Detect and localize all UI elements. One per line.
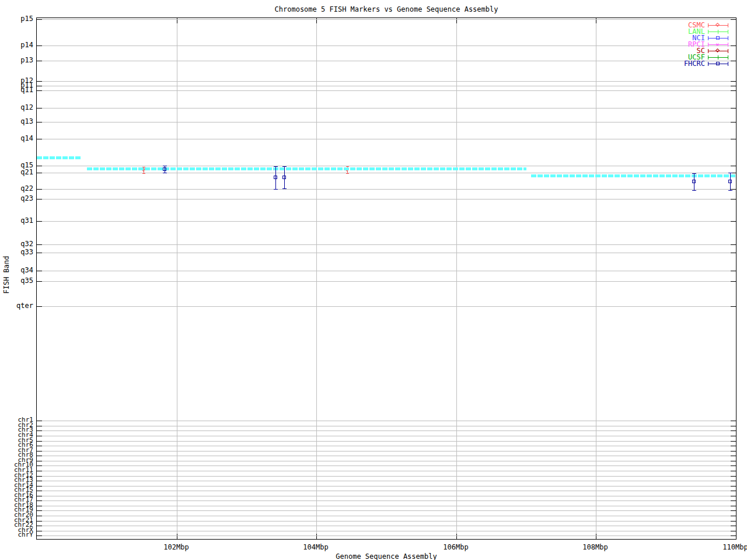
x-tick-bottom: [316, 534, 317, 539]
y-tick-left: [37, 139, 42, 139]
y-tick-right: [731, 466, 736, 466]
y-tick-left: [37, 421, 42, 421]
y-tick-label: q33: [0, 249, 33, 256]
legend-sample-cap: [728, 43, 728, 47]
band-gridline: [37, 306, 736, 307]
chromosome-gridline: [37, 496, 736, 496]
chromosome-gridline: [37, 486, 736, 487]
y-tick-right: [731, 536, 736, 536]
legend-sample-cap: [728, 23, 728, 27]
band-gridline: [37, 199, 736, 200]
y-tick-right: [731, 451, 736, 452]
errorbar-cap-CSMC: [346, 173, 349, 174]
chart-title: Chromosome 5 FISH Markers vs Genome Sequ…: [36, 5, 736, 13]
y-tick-right: [731, 491, 736, 491]
chromosome-gridline: [37, 536, 736, 536]
chromosome-gridline: [37, 461, 736, 461]
legend-sample-cap: [708, 36, 708, 40]
y-tick-left: [37, 426, 42, 426]
y-tick-label: q34: [0, 267, 33, 274]
x-tick-label: 108Mbp: [572, 544, 619, 551]
square-marker-icon-FHCRC: [692, 180, 696, 183]
y-tick-left: [37, 221, 42, 222]
y-tick-label: q21: [0, 169, 33, 176]
legend-sample-cap: [708, 55, 708, 60]
x-tick-label: 110Mbp: [712, 544, 747, 551]
x-tick-label: 102Mbp: [153, 544, 200, 551]
y-tick-right: [731, 122, 736, 123]
y-tick-left: [37, 108, 42, 108]
y-tick-label: q32: [0, 240, 33, 247]
y-tick-right: [731, 253, 736, 253]
chromosome-gridline: [37, 531, 736, 531]
errorbar-cap-FHCRC: [728, 173, 732, 173]
errorbar-cap-FHCRC: [728, 190, 732, 191]
y-tick-left: [37, 173, 42, 173]
y-tick-right: [731, 139, 736, 139]
y-tick-left: [37, 486, 42, 487]
errorbar-cap-FHCRC: [692, 190, 696, 191]
band-gridline: [37, 189, 736, 190]
y-tick-right: [731, 86, 736, 86]
y-tick-right: [731, 221, 736, 222]
band-gridline: [37, 166, 736, 166]
y-tick-right: [731, 244, 736, 245]
y-tick-right: [731, 526, 736, 526]
chromosome-gridline: [37, 421, 736, 421]
legend-sample-cap: [728, 62, 728, 66]
y-tick-right: [731, 441, 736, 442]
square-marker-icon-FHCRC: [282, 176, 286, 179]
y-tick-left: [37, 510, 42, 511]
y-tick-label: qter: [0, 302, 33, 309]
y-tick-right: [731, 199, 736, 200]
x-tick-bottom: [177, 534, 177, 539]
band-gridline: [37, 139, 736, 139]
y-tick-right: [731, 306, 736, 307]
x-tick-label: 104Mbp: [292, 544, 339, 551]
errorbar-cap-FHCRC: [282, 188, 287, 189]
y-tick-left: [37, 244, 42, 245]
chromosome-gridline: [37, 501, 736, 501]
y-tick-left: [37, 471, 42, 471]
y-tick-right: [731, 456, 736, 456]
y-tick-left: [37, 461, 42, 461]
y-tick-left: [37, 19, 42, 20]
y-tick-left: [37, 271, 42, 271]
band-gridline: [37, 271, 736, 271]
band-gridline: [37, 253, 736, 253]
legend-sample-cap: [708, 62, 708, 66]
y-tick-right: [731, 461, 736, 461]
errorbar-cap-FHCRC: [692, 173, 696, 174]
legend-sample-cap: [708, 43, 708, 47]
y-tick-right: [731, 501, 736, 501]
y-tick-right: [731, 426, 736, 426]
x-tick-label: 106Mbp: [432, 544, 479, 551]
chromosome-gridline: [37, 476, 736, 477]
y-tick-left: [37, 441, 42, 442]
y-tick-left: [37, 536, 42, 536]
legend-label: FHCRC: [658, 60, 705, 67]
y-tick-right: [731, 430, 736, 431]
y-tick-right: [731, 90, 736, 91]
band-gridline: [37, 281, 736, 282]
legend-sample-cap: [708, 49, 708, 53]
y-tick-left: [37, 531, 42, 531]
y-tick-right: [731, 271, 736, 271]
chromosome-gridline: [37, 516, 736, 516]
y-tick-label: p15: [0, 15, 33, 22]
diamond-marker-icon-sc: [715, 48, 720, 52]
y-tick-label: q11: [0, 86, 33, 93]
y-tick-left: [37, 86, 42, 86]
y-tick-left: [37, 481, 42, 481]
y-tick-left: [37, 506, 42, 506]
chromosome-gridline: [37, 456, 736, 456]
chart-canvas: { "title": "Chromosome 5 FISH Markers vs…: [0, 0, 747, 560]
y-tick-left: [37, 430, 42, 431]
y-tick-left: [37, 466, 42, 466]
band-gridline: [37, 221, 736, 222]
y-tick-left: [37, 166, 42, 166]
errorbar-cap-FHCRC: [274, 166, 278, 167]
plot-area: CSMCLANLNCIRPCI×SCUCSFFHCRC: [36, 18, 736, 540]
chromosome-gridline: [37, 526, 736, 526]
square-marker-icon-FHCRC: [274, 176, 277, 179]
